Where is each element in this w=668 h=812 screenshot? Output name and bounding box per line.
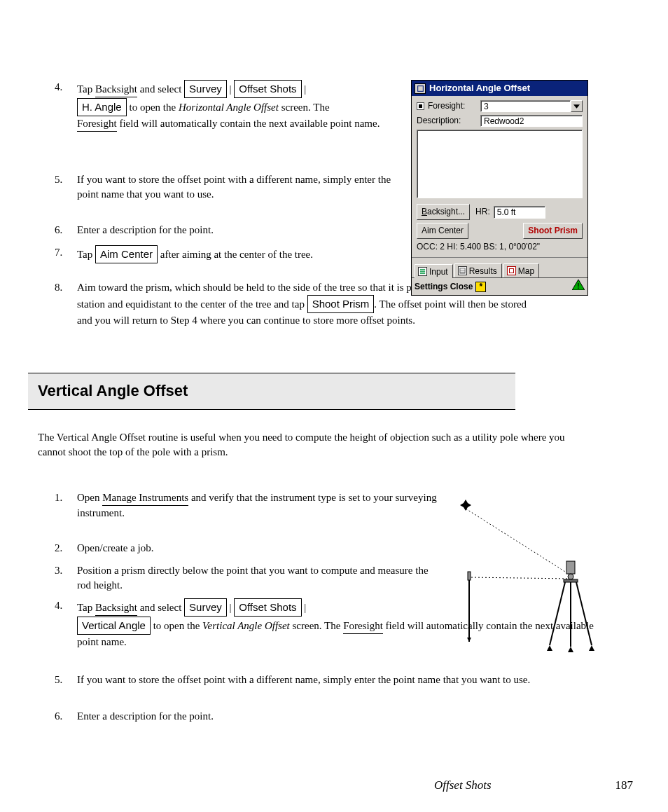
svg-marker-24 <box>568 647 573 652</box>
hr-input[interactable]: 5.0 ft <box>494 206 545 219</box>
titlebar-text: Horizontal Angle Offset <box>429 82 530 95</box>
step-number: 3. <box>55 563 62 578</box>
input-tab-icon <box>418 267 427 276</box>
tab-bar: Input Results Map <box>412 257 587 278</box>
step-6-text: Enter a description for the point. <box>77 223 214 238</box>
svg-rect-13 <box>468 572 471 580</box>
results-tab-icon <box>458 266 467 275</box>
step-number: 8. <box>55 280 62 295</box>
footer-bar: Settings Close * ! <box>412 277 587 295</box>
step-number: 6. <box>55 709 62 724</box>
step2-2-text: Open/create a job. <box>77 541 154 556</box>
section-title: Vertical Angle Offset <box>28 373 515 410</box>
svg-line-12 <box>469 577 571 579</box>
svg-line-20 <box>576 582 592 645</box>
step-number: 2. <box>55 541 62 556</box>
svg-rect-1 <box>418 86 423 91</box>
step2-5-text: If you want to store the offset point wi… <box>77 673 530 687</box>
section-intro: The Vertical Angle Offset routine is use… <box>38 430 570 460</box>
svg-marker-23 <box>589 645 594 651</box>
preview-area <box>417 130 583 198</box>
step-number: 4. <box>55 80 62 95</box>
hazard-icon: ! <box>572 280 585 290</box>
step-number: 5. <box>55 673 62 687</box>
svg-rect-16 <box>566 561 575 574</box>
description-input[interactable]: Redwood2 <box>480 115 583 127</box>
step-number: 6. <box>55 223 62 238</box>
svg-line-11 <box>466 509 571 575</box>
svg-rect-5 <box>420 273 425 275</box>
svg-marker-2 <box>573 104 580 108</box>
tab-results[interactable]: Results <box>454 263 502 278</box>
step-number: 1. <box>55 490 62 505</box>
step2-1-text: Open Manage Instruments and verify that … <box>77 490 441 521</box>
svg-marker-22 <box>547 645 552 651</box>
app-window: Horizontal Angle Offset Foresight: 3 Des… <box>411 80 588 296</box>
titlebar: Horizontal Angle Offset <box>412 81 587 96</box>
shoot-prism-button[interactable]: Shoot Prism <box>523 223 583 239</box>
step-number: 5. <box>55 172 62 187</box>
vertical-offset-diagram <box>448 495 595 656</box>
footer-section: Offset Shots <box>434 777 492 794</box>
backsight-button[interactable]: Backsight... <box>417 204 470 220</box>
app-icon <box>415 83 426 94</box>
foresight-dropdown[interactable] <box>571 100 583 112</box>
svg-point-17 <box>568 574 573 579</box>
footer-page-number: 187 <box>615 777 634 794</box>
map-tab-icon <box>507 266 516 275</box>
close-link[interactable]: Close <box>450 281 473 293</box>
step-5-text: If you want to store the offset point wi… <box>77 172 399 202</box>
svg-rect-18 <box>564 579 578 582</box>
svg-text:!: ! <box>577 282 579 290</box>
step-4-text: Tap Backsight and select Survey | Offset… <box>77 80 380 132</box>
svg-rect-6 <box>460 268 465 273</box>
tab-input[interactable]: Input <box>415 264 453 279</box>
foresight-radio[interactable] <box>417 102 424 110</box>
settings-link[interactable]: Settings <box>415 281 447 293</box>
step2-6-text: Enter a description for the point. <box>77 709 214 724</box>
hr-label: HR: <box>475 206 490 218</box>
status-text: OCC: 2 HI: 5.400 BS: 1, 0°00'02" <box>417 241 583 253</box>
step2-3-text: Position a prism directly below the poin… <box>77 563 434 593</box>
svg-line-19 <box>550 582 565 645</box>
foresight-input[interactable]: 3 <box>480 100 571 112</box>
step-number: 7. <box>55 245 62 260</box>
star-button[interactable]: * <box>475 282 486 292</box>
foresight-label: Foresight: <box>428 100 480 112</box>
svg-marker-15 <box>467 638 471 642</box>
step-7-text: Tap Aim Center after aiming at the cente… <box>77 245 313 263</box>
svg-rect-3 <box>420 269 425 270</box>
step-number: 4. <box>55 598 62 613</box>
svg-rect-4 <box>420 271 425 273</box>
tab-map[interactable]: Map <box>503 263 539 278</box>
aim-center-button[interactable]: Aim Center <box>417 223 468 239</box>
description-label: Description: <box>417 115 480 127</box>
